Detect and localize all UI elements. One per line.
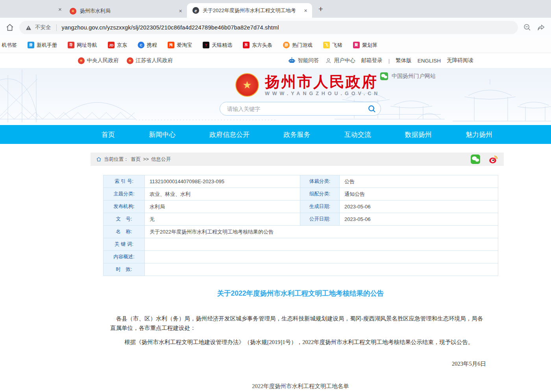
- bookmark-dongfang-toutiao[interactable]: 东 东方头条: [243, 42, 272, 49]
- meta-value: [145, 238, 498, 251]
- portal-label: 中国扬州门户网站: [392, 73, 436, 80]
- meta-label: 索 引 号:: [104, 175, 145, 188]
- bookmark-label: 飞猪: [332, 42, 342, 49]
- meta-label: 时 效:: [104, 263, 145, 276]
- gov-emblem-icon: ★: [127, 57, 133, 64]
- site-search: [220, 102, 381, 116]
- article-paragraph: 各县（市、区）水利（务）局，扬州经济开发区城乡事务管理局，生态科技新城规划建设局…: [110, 314, 486, 333]
- user-center-label: 用户中心: [334, 57, 355, 64]
- manual-icon: 册: [28, 42, 34, 48]
- nav-item-data[interactable]: 数据扬州: [403, 130, 434, 139]
- link-jiangsu-gov[interactable]: ★ 江苏省人民政府: [127, 57, 173, 64]
- article-paragraph: 根据《扬州市水利工程文明工地建设管理办法》（扬水规[2019]1号），2022年…: [110, 337, 486, 347]
- taobao-icon: 淘: [168, 42, 174, 48]
- nav-site-icon: 导: [68, 42, 74, 48]
- share-wechat-button[interactable]: [470, 154, 481, 164]
- table-row: 索 引 号: 11321000014407098E-2023-095 体裁分类:…: [104, 175, 498, 188]
- juhuasuan-icon: 聚: [353, 42, 360, 48]
- nav-item-services[interactable]: 政务服务: [281, 130, 312, 139]
- meta-value: 农业、林业、水利: [145, 188, 300, 201]
- bookmark-ctrip[interactable]: C 携程: [138, 42, 157, 49]
- meta-value: 2023-05-06: [340, 213, 498, 226]
- new-tab-button[interactable]: +: [318, 4, 323, 14]
- security-label: 不安全: [35, 24, 51, 31]
- user-center-link[interactable]: 用户中心: [325, 57, 355, 64]
- english-link[interactable]: ENGLISH: [418, 58, 441, 64]
- bookmark-label: 新机手册: [37, 42, 57, 49]
- tab-active-announcement[interactable]: e 关于2022年度扬州市水利工程文明工地考 ×: [187, 3, 312, 18]
- bookmark-xinji-shouce[interactable]: 册 新机手册: [28, 42, 57, 49]
- home-icon[interactable]: [6, 23, 14, 32]
- nav-item-home[interactable]: 首页: [99, 130, 117, 139]
- mail-login-link[interactable]: 邮箱登录: [361, 57, 383, 64]
- address-bar[interactable]: 不安全 yangzhou.gov.cn/yzszxxgk/slj/202305/…: [19, 21, 518, 34]
- close-tab-icon[interactable]: ×: [178, 8, 183, 14]
- meta-value: 关于2022年度扬州市水利工程文明工地考核结果的公告: [145, 226, 498, 238]
- table-row: 文 号: 无 公开日期: 2023-05-06: [104, 213, 498, 226]
- meta-value: 水利局: [145, 201, 300, 213]
- bookmark-aitaobao[interactable]: 淘 爱淘宝: [168, 42, 192, 49]
- gov-link-label: 江苏省人民政府: [136, 57, 173, 64]
- warning-icon: [26, 25, 31, 31]
- fliggy-pig-icon: 飞: [323, 42, 330, 48]
- bookmark-label: 机书签: [2, 42, 17, 49]
- bookmark-label: 携程: [147, 42, 157, 49]
- ctrip-dolphin-icon: C: [138, 42, 144, 48]
- tab-title: 扬州市水利局: [80, 7, 175, 15]
- bookmark-label: 天猫精选: [212, 42, 232, 49]
- link-central-gov[interactable]: ★ 中央人民政府: [78, 57, 119, 64]
- traditional-link[interactable]: 繁体版: [396, 57, 412, 64]
- meta-label: 生成日期:: [300, 201, 340, 213]
- jd-icon: JD: [108, 42, 115, 48]
- gov-emblem-favicon: ★: [70, 8, 76, 15]
- meta-label: 主题分类:: [104, 188, 145, 201]
- table-row: 关 键 词:: [104, 238, 498, 251]
- table-row: 发布机构: 水利局 生成日期: 2023-05-06: [104, 201, 498, 213]
- nav-item-news[interactable]: 新闻中心: [146, 130, 178, 139]
- bookmark-label: 东方头条: [252, 42, 272, 49]
- share-weibo-button[interactable]: [488, 155, 498, 164]
- content-area: 当前位置： 首页 >> 信息公开: [91, 153, 504, 390]
- search-input[interactable]: [226, 105, 366, 112]
- address-divider: [56, 24, 57, 31]
- tmall-icon: T: [203, 42, 209, 48]
- site-logo[interactable]: ★ 扬州市人民政府 WWW.YANGZHOU.GOV.CN: [235, 73, 380, 97]
- meta-value: [145, 251, 498, 263]
- meta-label: 名 称:: [104, 226, 145, 238]
- portal-link[interactable]: 中国扬州门户网站: [380, 72, 436, 81]
- metadata-table: 索 引 号: 11321000014407098E-2023-095 体裁分类:…: [103, 175, 498, 276]
- meta-value: 公告: [340, 175, 498, 188]
- browser-tab-bar: × ★ 扬州市水利局 × e 关于2022年度扬州市水利工程文明工地考 × +: [0, 0, 551, 18]
- table-row: 内容概述:: [104, 251, 498, 263]
- article-title: 关于2022年度扬州市水利工程文明工地考核结果的公告: [103, 289, 498, 298]
- bookmark-fliggy[interactable]: 飞 飞猪: [323, 42, 342, 49]
- site-favicon: e: [192, 7, 199, 14]
- nav-item-info-disclosure[interactable]: 政府信息公开: [207, 130, 252, 139]
- zoom-out-icon[interactable]: [523, 23, 532, 32]
- search-button[interactable]: [366, 103, 377, 114]
- bookmarks-bar: 机书签 册 新机手册 导 网址导航 JD 京东 C 携程 淘 爱淘宝 T 天猫精…: [0, 37, 551, 53]
- smart-qa-label: 智能问答: [298, 57, 319, 64]
- share-icon[interactable]: [537, 23, 545, 32]
- bookmark-wangzhi-daohang[interactable]: 导 网址导航: [68, 42, 97, 49]
- tab-shuiliju[interactable]: ★ 扬州市水利局 ×: [64, 4, 187, 18]
- close-tab-icon[interactable]: ×: [303, 7, 308, 14]
- breadcrumb-home-link[interactable]: 首页: [131, 156, 141, 163]
- browser-toolbar: 不安全 yangzhou.gov.cn/yzszxxgk/slj/202305/…: [0, 18, 551, 37]
- bookmark-shouji-shuqian[interactable]: 机书签: [2, 42, 17, 49]
- close-tab-icon[interactable]: ×: [58, 6, 62, 13]
- site-title: 扬州市人民政府: [265, 74, 380, 90]
- bookmark-juhuasuan[interactable]: 聚 聚划算: [353, 42, 377, 49]
- bookmark-remen-youxi[interactable]: 游 热门游戏: [283, 42, 312, 49]
- national-emblem-icon: ★: [235, 73, 259, 97]
- attachment-title: 2022年度扬州市水利工程文明工地名单: [103, 383, 498, 390]
- meta-label: 文 号:: [104, 213, 145, 226]
- smart-qa-link[interactable]: 智能问答: [288, 57, 319, 64]
- nav-item-charm[interactable]: 魅力扬州: [463, 130, 495, 139]
- bookmark-tmall[interactable]: T 天猫精选: [203, 42, 232, 49]
- robot-icon: [288, 57, 296, 64]
- topbar-divider: |: [388, 58, 390, 64]
- nav-item-interaction[interactable]: 互动交流: [342, 130, 373, 139]
- bookmark-jd[interactable]: JD 京东: [108, 42, 127, 49]
- accessibility-link[interactable]: 无障碍阅读: [447, 57, 473, 64]
